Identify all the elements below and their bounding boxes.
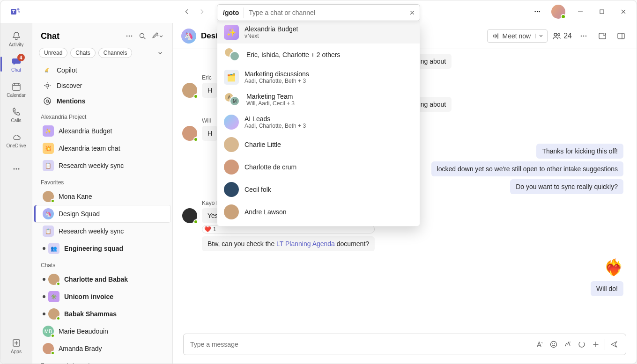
emoji-button[interactable]: [547, 337, 561, 351]
message-bubble: Btw, can you check the LT Planning Agend…: [202, 236, 375, 251]
sidebar-pinned-copilot[interactable]: Copilot: [34, 63, 170, 78]
avatar: ✨: [224, 25, 239, 40]
filter-chats[interactable]: Chats: [70, 48, 95, 58]
unread-indicator: [43, 247, 45, 250]
meet-dropdown-button[interactable]: [535, 34, 543, 38]
compose-box[interactable]: [183, 334, 626, 355]
sender-avatar[interactable]: [182, 83, 197, 98]
compose-input[interactable]: [190, 341, 533, 348]
svg-point-19: [50, 85, 51, 86]
rail-calls[interactable]: Calls: [2, 102, 30, 127]
sidebar-section-header[interactable]: Alexandria Project: [32, 109, 172, 122]
sidebar-item[interactable]: 🦄Design Squad: [34, 205, 170, 222]
goto-result[interactable]: Charlotte de crum: [217, 156, 420, 178]
sender-name: Eric: [202, 74, 218, 81]
sidebar-item[interactable]: ✨Alexandria Budget: [34, 123, 170, 139]
clear-search-button[interactable]: [405, 5, 420, 20]
goto-result[interactable]: 🗂️Marketing discussionsAadi, Charlotte, …: [217, 66, 420, 88]
channel-avatar: 🦄: [181, 29, 196, 44]
sidebar-search-button[interactable]: [136, 29, 149, 43]
sidebar-item[interactable]: Amanda Brady: [34, 340, 170, 357]
new-chat-button[interactable]: [149, 29, 166, 43]
sender-avatar[interactable]: [182, 208, 197, 223]
chat-sidebar: Chat UnreadChatsChannels CopilotDiscover…: [32, 23, 173, 364]
sidebar-item[interactable]: 👥Engineering squad: [34, 240, 170, 257]
rail-chat[interactable]: Chat4: [2, 52, 30, 76]
header-more-button[interactable]: [577, 29, 591, 43]
add-button[interactable]: [589, 337, 603, 351]
loop-button[interactable]: [575, 337, 589, 351]
svg-point-34: [554, 343, 555, 344]
open-panel-button[interactable]: [614, 29, 628, 43]
copilot-icon: [43, 66, 52, 75]
goto-result[interactable]: Charlie Little: [217, 133, 420, 156]
sidebar-pinned-discover[interactable]: Discover: [34, 78, 170, 93]
goto-result[interactable]: AMMarketing TeamWill, Aadi, Cecil + 3: [217, 88, 420, 111]
document-link[interactable]: LT Planning Agenda: [276, 240, 335, 248]
settings-more-button[interactable]: [528, 4, 547, 19]
rail-onedrive[interactable]: OneDrive: [2, 128, 30, 152]
svg-point-28: [585, 35, 587, 36]
my-message-bubble: locked down yet so we're still open to o…: [431, 161, 623, 176]
goto-result[interactable]: AI LeadsAadi, Charlotte, Beth + 3: [217, 111, 420, 133]
svg-point-27: [583, 35, 585, 36]
svg-point-33: [552, 343, 553, 344]
goto-result[interactable]: Eric, Ishida, Charlotte + 2 others: [217, 44, 420, 66]
rail-apps[interactable]: Apps: [2, 334, 30, 358]
sender-avatar[interactable]: [182, 126, 197, 141]
sender-name: Will: [202, 117, 218, 124]
goto-result[interactable]: Cecil folk: [217, 178, 420, 201]
rail-more[interactable]: [2, 157, 30, 181]
send-button[interactable]: [607, 337, 621, 351]
sidebar-section-header[interactable]: Teams and channels: [32, 357, 172, 364]
search-input[interactable]: [244, 9, 405, 16]
svg-point-23: [46, 100, 49, 102]
window-minimize-button[interactable]: [571, 4, 590, 19]
svg-point-22: [44, 98, 51, 104]
sidebar-item[interactable]: 📋Research weekly sync: [34, 223, 170, 240]
user-avatar[interactable]: [551, 5, 565, 19]
filters-expand-button[interactable]: [155, 47, 166, 58]
copilot-compose-button[interactable]: [561, 337, 575, 351]
command-search-bar[interactable]: /goto: [217, 4, 420, 21]
sidebar-section-header[interactable]: Favorites: [32, 175, 172, 188]
people-icon: [552, 32, 562, 40]
rail-activity[interactable]: Activity: [2, 27, 30, 51]
avatar: [43, 343, 54, 354]
participants-button[interactable]: 24: [552, 32, 572, 40]
rail-calendar[interactable]: Calendar: [2, 77, 30, 102]
goto-result[interactable]: Andre Lawson: [217, 201, 420, 223]
unread-indicator: [43, 313, 45, 315]
window-close-button[interactable]: [614, 4, 633, 19]
sidebar-item[interactable]: Mona Kane: [34, 188, 170, 205]
svg-point-16: [140, 34, 144, 38]
goto-result[interactable]: ✨Alexandria BudgetvNext: [217, 21, 420, 44]
nav-back-button[interactable]: [180, 5, 193, 18]
sidebar-item[interactable]: MBMarie Beaudouin: [34, 323, 170, 340]
sidebar-more-button[interactable]: [123, 29, 136, 43]
meet-now-button[interactable]: Meet now: [487, 29, 548, 43]
copilot-panel-button[interactable]: [595, 29, 609, 43]
sidebar-item[interactable]: ✳️Unicorn invoice: [34, 288, 170, 305]
message-bubble: H: [202, 83, 218, 98]
sidebar-section-header[interactable]: Chats: [32, 257, 172, 270]
sidebar-pinned-mentions[interactable]: Mentions: [34, 94, 170, 109]
filter-unread[interactable]: Unread: [39, 48, 67, 58]
svg-point-6: [539, 11, 540, 12]
avatar: 💥: [43, 143, 54, 154]
nav-forward-button[interactable]: [195, 5, 208, 18]
activity-icon: [11, 31, 22, 41]
sidebar-item[interactable]: Charlotte and Babak: [34, 271, 170, 288]
discover-icon: [43, 81, 52, 90]
svg-text:T: T: [12, 9, 15, 14]
avatar: [43, 191, 54, 202]
sidebar-item[interactable]: Babak Shammas: [34, 306, 170, 322]
window-maximize-button[interactable]: [593, 4, 611, 19]
filter-channels[interactable]: Channels: [98, 48, 133, 58]
svg-point-11: [18, 168, 19, 170]
format-button[interactable]: [533, 337, 547, 351]
avatar: ✳️: [48, 291, 59, 302]
svg-point-21: [47, 88, 48, 89]
sidebar-item[interactable]: 📋Research weekly sync: [34, 157, 170, 174]
sidebar-item[interactable]: 💥Alexandria team chat: [34, 140, 170, 157]
